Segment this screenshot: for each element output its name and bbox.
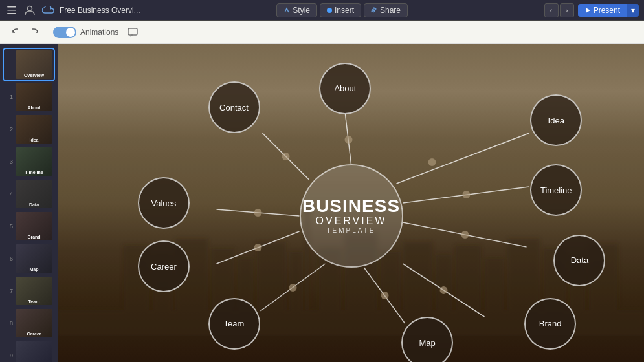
canvas: BUSINESS OVERVIEW TEMPLATE AboutContactV… (58, 44, 644, 362)
slide-thumb-idea[interactable]: 2 Idea (4, 114, 54, 145)
svg-rect-5 (128, 28, 137, 35)
svg-point-39 (254, 209, 262, 217)
nav-back-button[interactable]: ‹ (544, 3, 559, 17)
slide-thumb-map[interactable]: 6 Map (4, 243, 54, 274)
slide-number: 2 (5, 126, 13, 133)
document-title: Free Business Overvi... (60, 6, 140, 15)
present-main[interactable]: Present (578, 4, 627, 17)
slide-thumbnail: Team (16, 277, 52, 305)
topbar-left: Free Business Overvi... (5, 4, 140, 17)
account-icon[interactable] (23, 4, 36, 17)
slide-thumb-data[interactable]: 4 Data (4, 178, 54, 209)
topbar: Free Business Overvi... Style Insert Sha… (0, 0, 644, 21)
slide-thumb-timeline[interactable]: 3 Timeline (4, 146, 54, 177)
slide-thumb-label: Brand (16, 235, 52, 239)
svg-line-36 (397, 133, 529, 184)
slide-thumb-label: About (16, 105, 52, 110)
mindmap-node-team[interactable]: Team (208, 298, 260, 350)
svg-point-46 (428, 158, 436, 166)
center-sub2: TEMPLATE (326, 227, 375, 234)
svg-point-42 (381, 292, 389, 299)
slide-thumb-label: Idea (16, 138, 52, 142)
slide-thumbnail: Map (16, 244, 52, 273)
mindmap-node-career[interactable]: Career (138, 240, 190, 292)
slide-thumb-career[interactable]: 8 Career (4, 308, 54, 339)
svg-point-45 (463, 191, 471, 198)
slide-thumb-values[interactable]: 9 Values (4, 340, 54, 362)
slide-thumbnail: Timeline (16, 147, 52, 176)
mindmap-node-timeline[interactable]: Timeline (530, 164, 582, 216)
mindmap-node-contact[interactable]: Contact (208, 81, 260, 133)
toolbar: Animations (0, 21, 644, 44)
slide-thumb-label: Map (16, 267, 52, 272)
undo-button[interactable] (8, 26, 25, 39)
slide-thumb-brand[interactable]: 5 Brand (4, 211, 54, 242)
animations-toggle[interactable]: Animations (53, 27, 118, 38)
animations-toggle-pill[interactable] (53, 27, 76, 38)
slide-number: 9 (5, 352, 13, 359)
topbar-right: ‹ › Present ▾ (544, 3, 639, 17)
center-title: BUSINESS (302, 197, 400, 215)
slide-thumbnail: Values (16, 341, 52, 362)
slide-thumb-label: Overview (16, 73, 52, 78)
svg-rect-1 (7, 10, 16, 11)
slide-number: 4 (5, 191, 13, 197)
mindmap-node-brand[interactable]: Brand (524, 298, 576, 350)
slide-number: 6 (5, 255, 13, 262)
svg-rect-0 (7, 6, 16, 8)
svg-point-37 (345, 136, 353, 144)
svg-point-43 (440, 286, 448, 294)
cloud-icon[interactable] (41, 4, 54, 17)
main-area: Overview 1 About 2 Idea 3 Timeline 4 Dat… (0, 44, 644, 362)
animations-label: Animations (80, 28, 118, 37)
slides-list: Overview 1 About 2 Idea 3 Timeline 4 Dat… (0, 49, 58, 362)
menu-icon[interactable] (5, 4, 18, 17)
slide-thumb-overview[interactable]: Overview (4, 49, 54, 80)
slide-thumbnail: Idea (16, 115, 52, 144)
mindmap-node-data[interactable]: Data (553, 235, 605, 286)
slide-thumb-label: Team (16, 299, 52, 304)
slide-thumbnail: Career (16, 309, 52, 337)
slide-thumb-label: Timeline (16, 170, 52, 175)
sidebar: Overview 1 About 2 Idea 3 Timeline 4 Dat… (0, 44, 58, 362)
nav-arrows: ‹ › (544, 3, 574, 17)
slide-thumbnail: About (16, 83, 52, 111)
comment-button[interactable] (124, 26, 142, 39)
present-button[interactable]: Present ▾ (578, 4, 639, 17)
mindmap: BUSINESS OVERVIEW TEMPLATE AboutContactV… (58, 44, 644, 362)
style-button[interactable]: Style (276, 3, 317, 17)
svg-point-38 (282, 153, 290, 160)
mindmap-node-values[interactable]: Values (138, 177, 190, 229)
mindmap-node-about[interactable]: About (319, 63, 371, 114)
slide-thumb-label: Data (16, 202, 52, 207)
slide-number: 3 (5, 158, 13, 165)
svg-rect-2 (7, 13, 16, 14)
slide-number: 7 (5, 288, 13, 294)
slide-number: 1 (5, 94, 13, 100)
redo-button[interactable] (26, 26, 43, 39)
mindmap-center[interactable]: BUSINESS OVERVIEW TEMPLATE (300, 164, 403, 268)
svg-point-41 (289, 284, 297, 292)
svg-marker-4 (586, 8, 590, 13)
center-subtitle: OVERVIEW (316, 215, 387, 227)
mindmap-node-idea[interactable]: Idea (530, 94, 582, 146)
topbar-center: Style Insert Share (276, 3, 408, 17)
slide-number: 8 (5, 320, 13, 326)
slide-thumbnail: Brand (16, 212, 52, 240)
slide-thumbnail: Data (16, 180, 52, 208)
slide-thumb-label: Career (16, 332, 52, 336)
svg-point-3 (28, 6, 32, 10)
slide-number: 5 (5, 223, 13, 229)
insert-button[interactable]: Insert (320, 3, 361, 17)
present-dropdown-arrow[interactable]: ▾ (627, 4, 639, 17)
svg-point-40 (254, 244, 262, 251)
nav-forward-button[interactable]: › (560, 3, 574, 17)
slide-thumb-about[interactable]: 1 About (4, 81, 54, 112)
slide-thumb-team[interactable]: 7 Team (4, 275, 54, 306)
svg-point-44 (461, 231, 469, 239)
undo-redo-group (8, 26, 43, 39)
slide-thumbnail: Overview (16, 50, 52, 79)
share-button[interactable]: Share (364, 3, 408, 17)
